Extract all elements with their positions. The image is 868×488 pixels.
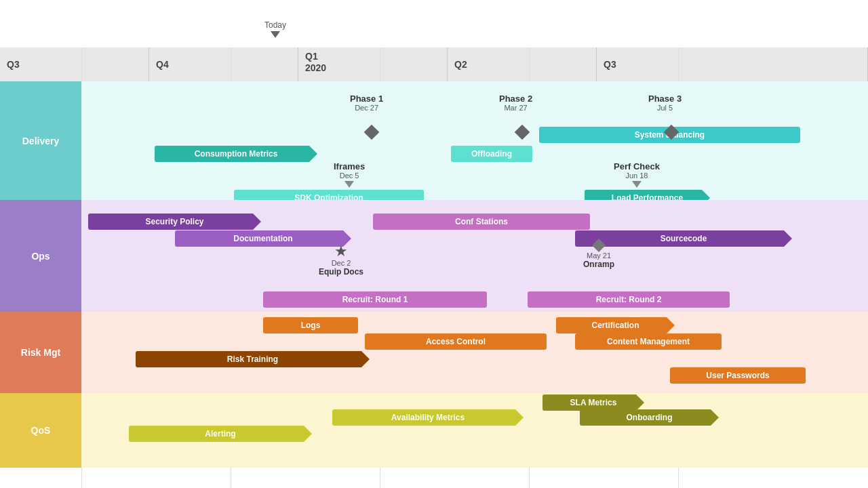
- delivery-label-text: Delivery: [22, 136, 59, 146]
- task-access-control: Access Control: [365, 333, 547, 350]
- quarter-q1: Q12020: [298, 47, 448, 81]
- today-marker: Today: [264, 20, 286, 38]
- quarter-q3-left: Q3: [0, 47, 149, 81]
- task-sla-metrics-label: SLA Metrics: [570, 398, 617, 407]
- phase2-date: Mar 27: [499, 104, 532, 112]
- task-user-passwords: User Passwords: [670, 367, 806, 384]
- task-offloading: Offloading: [451, 146, 532, 162]
- task-offloading-label: Offloading: [471, 149, 512, 159]
- ops-label-text: Ops: [31, 251, 50, 262]
- phase2-label: Phase 2 Mar 27: [499, 94, 532, 112]
- task-recruit-round1: Recruit: Round 1: [263, 291, 487, 308]
- milestone-iframes: Iframes Dec 5: [334, 161, 365, 188]
- task-onboarding-label: Onboarding: [627, 413, 673, 422]
- quarter-q4: Q4: [149, 47, 298, 81]
- perf-check-down-arrow-icon: [632, 181, 642, 188]
- phase1-date: Dec 27: [350, 104, 383, 112]
- equip-docs-date: Dec 2: [319, 259, 363, 267]
- task-availability-metrics-label: Availability Metrics: [391, 413, 465, 422]
- equip-docs-label: Equip Docs: [319, 267, 363, 277]
- task-onboarding: Onboarding: [580, 409, 719, 426]
- task-consumption-metrics: Consumption Metrics: [155, 146, 317, 162]
- iframes-down-arrow-icon: [344, 181, 354, 188]
- today-label: Today: [264, 20, 286, 30]
- task-sourcecode-label: Sourcecode: [660, 234, 707, 243]
- onramp-label: Onramp: [583, 260, 614, 269]
- delivery-label: Delivery: [0, 81, 81, 200]
- gantt-container: Today Q3 Q4 Q12020 Q2 Q3 Delivery Phase …: [0, 0, 868, 488]
- milestone-iframes-date: Dec 5: [334, 171, 365, 180]
- phase3-date: Jul 5: [648, 104, 682, 112]
- qos-label: QoS: [0, 393, 81, 468]
- task-risk-training-label: Risk Training: [227, 354, 278, 364]
- phase3-title: Phase 3: [648, 94, 682, 104]
- task-conf-stations: Conf Stations: [373, 214, 590, 230]
- milestone-perf-check: Perf Check Jun 18: [614, 161, 660, 188]
- phase1-title: Phase 1: [350, 94, 383, 104]
- task-content-management-label: Content Management: [607, 337, 690, 346]
- task-security-policy-label: Security Policy: [145, 217, 203, 226]
- riskmgt-label: Risk Mgt: [0, 312, 81, 393]
- task-alerting: Alerting: [129, 426, 312, 442]
- phase1-label: Phase 1 Dec 27: [350, 94, 383, 112]
- phase3-label: Phase 3 Jul 5: [648, 94, 682, 112]
- equip-docs-star-icon: ★: [319, 244, 363, 259]
- ops-label: Ops: [0, 200, 81, 312]
- task-user-passwords-label: User Passwords: [706, 371, 769, 380]
- task-recruit-round2-label: Recruit: Round 2: [596, 295, 662, 304]
- qos-label-text: QoS: [31, 425, 51, 436]
- task-content-management: Content Management: [575, 333, 722, 350]
- task-sla-metrics: SLA Metrics: [542, 394, 644, 411]
- milestone-perf-check-date: Jun 18: [614, 171, 660, 180]
- quarter-q3-right: Q3: [597, 47, 868, 81]
- task-logs: Logs: [263, 317, 358, 333]
- perf-check-arrow: [614, 181, 660, 188]
- milestone-iframes-label: Iframes: [334, 161, 365, 171]
- milestone-equip-docs: ★ Dec 2 Equip Docs: [319, 244, 363, 277]
- task-certification-label: Certification: [591, 321, 639, 330]
- task-availability-metrics: Availability Metrics: [332, 409, 524, 426]
- task-consumption-metrics-label: Consumption Metrics: [195, 149, 278, 159]
- onramp-date: May 21: [583, 251, 614, 260]
- task-documentation-label: Documentation: [233, 234, 292, 243]
- task-alerting-label: Alerting: [205, 429, 235, 439]
- riskmgt-label-text: Risk Mgt: [21, 347, 60, 358]
- task-security-policy: Security Policy: [88, 214, 261, 230]
- today-arrow-icon: [271, 31, 280, 38]
- milestone-perf-check-label: Perf Check: [614, 161, 660, 171]
- task-recruit-round1-label: Recruit: Round 1: [342, 295, 408, 304]
- task-risk-training: Risk Training: [136, 351, 370, 367]
- quarter-row: Q3 Q4 Q12020 Q2 Q3: [0, 47, 868, 81]
- task-logs-label: Logs: [301, 321, 321, 330]
- task-conf-stations-label: Conf Stations: [455, 217, 508, 226]
- quarter-q2: Q2: [448, 47, 597, 81]
- milestone-iframes-arrow: [334, 181, 365, 188]
- task-access-control-label: Access Control: [426, 337, 486, 346]
- onramp-diamond-icon: [592, 239, 606, 252]
- milestone-onramp: May 21 Onramp: [583, 241, 614, 269]
- phase2-title: Phase 2: [499, 94, 532, 104]
- task-recruit-round2: Recruit: Round 2: [528, 291, 730, 308]
- task-certification: Certification: [556, 317, 675, 333]
